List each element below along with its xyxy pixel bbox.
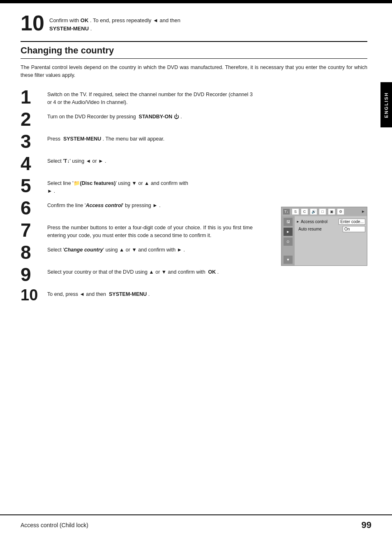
step-text-2: Turn on the DVD Recorder by pressing STA… xyxy=(47,110,253,121)
title-divider xyxy=(21,58,367,59)
step-row-1: 1 Switch on the TV. If required, select … xyxy=(21,88,367,108)
screen-left-icon-3: ⊙ xyxy=(284,238,293,246)
step-text-5: Select line '📁(Disc features)' using ▼ o… xyxy=(47,176,253,196)
header-step-number: 10 xyxy=(21,12,45,34)
screen-arrow-2 xyxy=(296,227,297,231)
step-row-4: 4 Select 'T↓' using ◄ or ► . xyxy=(21,154,367,175)
step-number-3: 3 xyxy=(21,132,47,151)
screen-right: ► Access control Enter code... Auto resu… xyxy=(295,216,367,265)
english-label: ENGLISH xyxy=(384,92,389,118)
screen-icon-s: S xyxy=(292,209,299,214)
screen-left-icon-2: ► xyxy=(284,228,293,236)
step-row-9: 9 Select your country or that of the DVD… xyxy=(21,265,367,286)
step-text-7: Press the number buttons to enter a four… xyxy=(47,221,253,240)
english-tab: ENGLISH xyxy=(380,82,392,127)
screen-icon-c: C xyxy=(301,209,308,214)
steps-container: 1 Switch on the TV. If required, select … xyxy=(21,88,367,308)
screen-icon-r: ▣ xyxy=(328,209,335,214)
header-step-text: Confirm with OK . To end, press repeated… xyxy=(49,16,180,32)
step-text-6: Confirm the line 'Access control' by pre… xyxy=(47,198,253,210)
step-number-5: 5 xyxy=(21,176,47,195)
screen-top-bar: T↓ S C 🔊 □ ▣ ⚙ ► xyxy=(281,207,367,216)
screen-image: T↓ S C 🔊 □ ▣ ⚙ ► 🖫 ► ⊙ ▼ ► xyxy=(281,207,367,266)
screen-menu-label-2: Auto resume xyxy=(298,227,343,231)
step-text-3: Press SYSTEM-MENU . The menu bar will ap… xyxy=(47,132,253,143)
screen-icon-gear: ⚙ xyxy=(337,209,344,214)
step-number-2: 2 xyxy=(21,110,47,129)
footer-left: Access control (Child lock) xyxy=(21,522,88,528)
footer-right: 99 xyxy=(362,520,371,530)
screen-menu-label-1: Access control xyxy=(301,219,339,224)
step-row-10: 10 To end, press ◄ and then SYSTEM-MENU … xyxy=(21,287,367,308)
screen-left-icon-4: ▼ xyxy=(284,256,293,264)
screen-menu-row-1: ► Access control Enter code... xyxy=(296,219,365,225)
screen-menu-value-2: On xyxy=(343,226,365,232)
step-row-5: 5 Select line '📁(Disc features)' using ▼… xyxy=(21,176,367,197)
step-number-8: 8 xyxy=(21,243,47,262)
screen-menu-value-1: Enter code... xyxy=(339,219,365,225)
intro-text: The Parental control levels depend on th… xyxy=(21,64,367,79)
screen-arrow-1: ► xyxy=(296,220,300,224)
step-row-3: 3 Press SYSTEM-MENU . The menu bar will … xyxy=(21,132,367,152)
top-bar xyxy=(0,0,392,3)
section-title: Changing the country xyxy=(21,45,367,56)
header-step-row: 10 Confirm with OK . To end, press repea… xyxy=(21,12,367,34)
screen-left-icon-1: 🖫 xyxy=(284,218,293,226)
step-number-6: 6 xyxy=(21,198,47,217)
step-number-1: 1 xyxy=(21,88,47,106)
screen-icon-ta: T↓ xyxy=(283,209,290,214)
step-number-10: 10 xyxy=(21,287,47,303)
step-text-1: Switch on the TV. If required, select th… xyxy=(47,88,253,107)
step-text-8: Select 'Change country' using ▲ or ▼ and… xyxy=(47,243,253,254)
step-number-4: 4 xyxy=(21,154,47,173)
screen-body: 🖫 ► ⊙ ▼ ► Access control Enter code... A… xyxy=(281,216,367,265)
step-text-4: Select 'T↓' using ◄ or ► . xyxy=(47,154,253,165)
step-number-7: 7 xyxy=(21,221,47,240)
screen-icon-m: 🔊 xyxy=(310,209,317,214)
section-divider xyxy=(21,41,367,42)
screen-menu-row-2: Auto resume On xyxy=(296,226,365,232)
bottom-bar: Access control (Child lock) 99 xyxy=(0,514,392,535)
screen-left-icons: 🖫 ► ⊙ ▼ xyxy=(281,216,295,265)
step-number-9: 9 xyxy=(21,265,47,284)
step-text-9: Select your country or that of the DVD u… xyxy=(47,265,253,276)
step-row-2: 2 Turn on the DVD Recorder by pressing S… xyxy=(21,110,367,130)
screen-icon-d: □ xyxy=(319,209,326,214)
step-text-10: To end, press ◄ and then SYSTEM-MENU . xyxy=(47,287,253,298)
main-content: 10 Confirm with OK . To end, press repea… xyxy=(21,12,367,510)
